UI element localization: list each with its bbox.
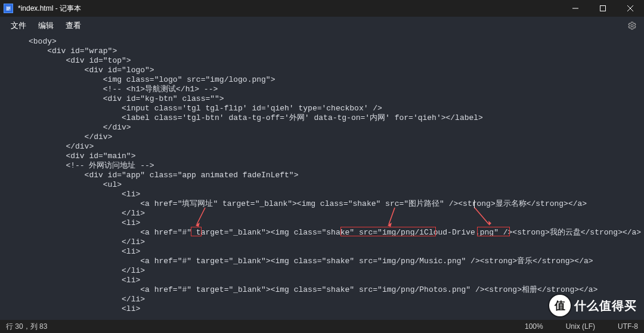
text-caret	[474, 200, 475, 208]
menu-edit[interactable]: 编辑	[32, 18, 60, 33]
settings-button[interactable]	[625, 18, 639, 33]
svg-point-8	[631, 24, 633, 27]
menu-bar: 文件 编辑 查看	[0, 17, 644, 35]
status-zoom[interactable]: 100%	[525, 322, 543, 331]
watermark-badge: 值	[549, 295, 571, 316]
window-title: *index.html - 记事本	[18, 4, 81, 14]
menu-file[interactable]: 文件	[5, 18, 32, 33]
minimize-button[interactable]	[562, 0, 589, 17]
svg-rect-3	[7, 10, 9, 10]
status-bar: 行 30，列 83 100% Unix (LF) UTF-8	[0, 320, 644, 333]
watermark-text: 什么值得买	[574, 298, 637, 314]
editor-area[interactable]: <body> <div id="wrap"> <div id="top"> <d…	[0, 35, 644, 320]
window-controls	[562, 0, 644, 17]
svg-rect-2	[7, 8, 10, 9]
status-encoding[interactable]: UTF-8	[618, 322, 638, 331]
code-content[interactable]: <body> <div id="wrap"> <div id="top"> <d…	[0, 37, 644, 314]
maximize-button[interactable]	[589, 0, 617, 17]
status-position: 行 30，列 83	[6, 322, 47, 332]
close-button[interactable]	[617, 0, 644, 17]
svg-rect-5	[600, 6, 606, 11]
app-icon	[4, 4, 13, 13]
status-eol[interactable]: Unix (LF)	[566, 322, 595, 331]
menu-view[interactable]: 查看	[60, 18, 87, 33]
title-bar: *index.html - 记事本	[0, 0, 644, 17]
watermark: 值 什么值得买	[549, 295, 637, 316]
svg-rect-1	[7, 7, 10, 8]
